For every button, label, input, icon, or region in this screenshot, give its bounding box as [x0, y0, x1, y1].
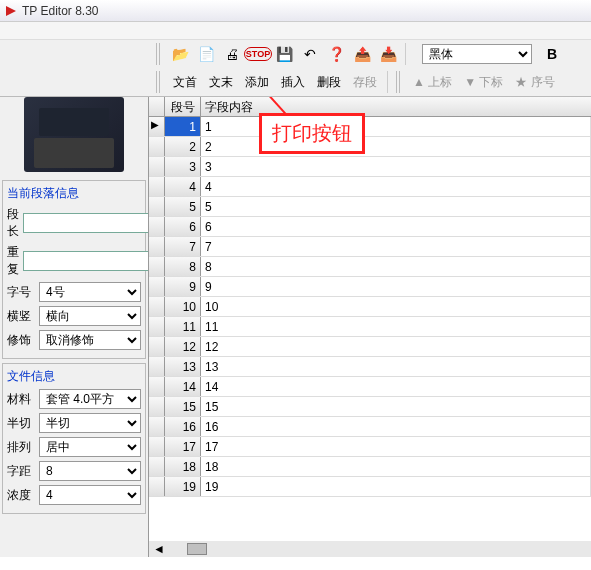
- row-number-cell[interactable]: 1: [165, 117, 201, 136]
- row-content-cell[interactable]: 11: [201, 317, 591, 336]
- app-title: TP Editor 8.30: [22, 4, 99, 18]
- row-content-cell[interactable]: 19: [201, 477, 591, 496]
- row-number-cell[interactable]: 16: [165, 417, 201, 436]
- doc-end-button[interactable]: 文末: [204, 71, 238, 93]
- row-marker: [149, 477, 165, 496]
- table-row[interactable]: 1313: [149, 357, 591, 377]
- row-number-cell[interactable]: 3: [165, 157, 201, 176]
- row-marker: [149, 337, 165, 356]
- align-select[interactable]: 居中: [39, 437, 141, 457]
- row-content-cell[interactable]: 6: [201, 217, 591, 236]
- density-label: 浓度: [7, 487, 35, 504]
- table-row[interactable]: 1818: [149, 457, 591, 477]
- row-number-cell[interactable]: 6: [165, 217, 201, 236]
- scroll-left-icon[interactable]: ◄: [149, 542, 169, 556]
- grid-footer-scrollbar[interactable]: ◄: [149, 541, 591, 557]
- bold-button[interactable]: B: [542, 46, 562, 62]
- material-select[interactable]: 套管 4.0平方: [39, 389, 141, 409]
- halfcut-select[interactable]: 半切: [39, 413, 141, 433]
- row-number-cell[interactable]: 9: [165, 277, 201, 296]
- row-number-cell[interactable]: 8: [165, 257, 201, 276]
- row-content-cell[interactable]: 15: [201, 397, 591, 416]
- row-content-cell[interactable]: 10: [201, 297, 591, 316]
- row-number-cell[interactable]: 19: [165, 477, 201, 496]
- decoration-select[interactable]: 取消修饰: [39, 330, 141, 350]
- row-content-cell[interactable]: 18: [201, 457, 591, 476]
- table-row[interactable]: 55: [149, 197, 591, 217]
- row-number-cell[interactable]: 14: [165, 377, 201, 396]
- row-number-cell[interactable]: 7: [165, 237, 201, 256]
- new-button[interactable]: 📄: [194, 43, 218, 65]
- table-row[interactable]: 22: [149, 137, 591, 157]
- open-button[interactable]: 📂: [168, 43, 192, 65]
- table-row[interactable]: 88: [149, 257, 591, 277]
- row-content-cell[interactable]: 8: [201, 257, 591, 276]
- table-row[interactable]: 99: [149, 277, 591, 297]
- table-row[interactable]: 77: [149, 237, 591, 257]
- halfcut-label: 半切: [7, 415, 35, 432]
- print-button[interactable]: 🖨: [220, 43, 244, 65]
- row-marker: [149, 357, 165, 376]
- row-content-cell[interactable]: 3: [201, 157, 591, 176]
- table-row[interactable]: 33: [149, 157, 591, 177]
- import-button[interactable]: 📥: [376, 43, 400, 65]
- row-number-cell[interactable]: 4: [165, 177, 201, 196]
- row-marker: [149, 157, 165, 176]
- row-content-cell[interactable]: 12: [201, 337, 591, 356]
- separator-icon: [405, 43, 409, 65]
- subscript-button: ▼ 下标: [459, 71, 508, 93]
- row-content-cell[interactable]: 13: [201, 357, 591, 376]
- grid-header-num: 段号: [165, 97, 201, 116]
- grid-body[interactable]: 1122334455667788991010111112121313141415…: [149, 117, 591, 541]
- sequence-button: ★ 序号: [510, 71, 559, 93]
- font-size-select[interactable]: 4号: [39, 282, 141, 302]
- add-button[interactable]: 添加: [240, 71, 274, 93]
- table-row[interactable]: 1919: [149, 477, 591, 497]
- row-number-cell[interactable]: 15: [165, 397, 201, 416]
- row-number-cell[interactable]: 11: [165, 317, 201, 336]
- row-number-cell[interactable]: 12: [165, 337, 201, 356]
- row-number-cell[interactable]: 2: [165, 137, 201, 156]
- save-button[interactable]: 💾: [272, 43, 296, 65]
- row-number-cell[interactable]: 18: [165, 457, 201, 476]
- row-content-cell[interactable]: 5: [201, 197, 591, 216]
- table-row[interactable]: 1010: [149, 297, 591, 317]
- density-select[interactable]: 4: [39, 485, 141, 505]
- font-size-label: 字号: [7, 284, 35, 301]
- row-content-cell[interactable]: 16: [201, 417, 591, 436]
- table-row[interactable]: 66: [149, 217, 591, 237]
- material-label: 材料: [7, 391, 35, 408]
- font-family-select[interactable]: 黑体: [422, 44, 532, 64]
- data-grid[interactable]: 段号 字段内容 11223344556677889910101111121213…: [148, 97, 591, 557]
- orientation-select[interactable]: 横向: [39, 306, 141, 326]
- row-content-cell[interactable]: 9: [201, 277, 591, 296]
- row-content-cell[interactable]: 7: [201, 237, 591, 256]
- delete-segment-button[interactable]: 删段: [312, 71, 346, 93]
- stop-button[interactable]: STOP: [246, 43, 270, 65]
- scroll-thumb[interactable]: [187, 543, 207, 555]
- row-number-cell[interactable]: 10: [165, 297, 201, 316]
- undo-button[interactable]: ↶: [298, 43, 322, 65]
- doc-start-button[interactable]: 文首: [168, 71, 202, 93]
- table-row[interactable]: 1515: [149, 397, 591, 417]
- help-button[interactable]: ❓: [324, 43, 348, 65]
- table-row[interactable]: 1111: [149, 317, 591, 337]
- table-row[interactable]: 1212: [149, 337, 591, 357]
- row-number-cell[interactable]: 17: [165, 437, 201, 456]
- table-row[interactable]: 1616: [149, 417, 591, 437]
- table-row[interactable]: 1717: [149, 437, 591, 457]
- toolbar-grip-icon: [156, 43, 162, 65]
- insert-button[interactable]: 插入: [276, 71, 310, 93]
- app-logo-icon: [4, 4, 18, 18]
- row-content-cell[interactable]: 4: [201, 177, 591, 196]
- row-number-cell[interactable]: 5: [165, 197, 201, 216]
- row-number-cell[interactable]: 13: [165, 357, 201, 376]
- spacing-select[interactable]: 8: [39, 461, 141, 481]
- export-icon: 📤: [354, 46, 371, 62]
- table-row[interactable]: 11: [149, 117, 591, 137]
- export-button[interactable]: 📤: [350, 43, 374, 65]
- table-row[interactable]: 1414: [149, 377, 591, 397]
- row-content-cell[interactable]: 17: [201, 437, 591, 456]
- row-content-cell[interactable]: 14: [201, 377, 591, 396]
- table-row[interactable]: 44: [149, 177, 591, 197]
